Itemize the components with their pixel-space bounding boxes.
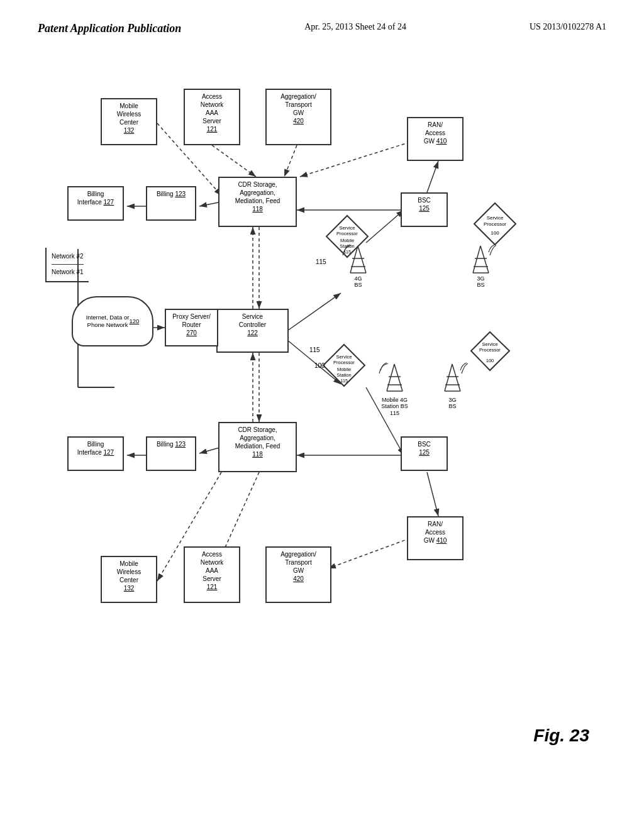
diagram: MobileWirelessCenter132 AccessNetworkAAA… (33, 48, 611, 771)
service-controller: ServiceController122 (216, 309, 289, 353)
aggregation-transport-bot: Aggregation/TransportGW420 (265, 546, 331, 603)
4g-bs-mid: Mobile 4GStation BS 115 (377, 361, 412, 416)
svg-text:100: 100 (486, 358, 494, 363)
billing-interface-top: BillingInterface 127 (67, 186, 124, 221)
patent-number: US 2013/0102278 A1 (530, 22, 606, 32)
svg-text:Processor: Processor (479, 347, 501, 353)
billing-interface-bot: BillingInterface 127 (67, 436, 124, 471)
access-network-aaa-top: AccessNetworkAAAServer121 (184, 89, 240, 145)
bsc-bot: BSC125 (401, 436, 448, 471)
service-processor-top-right: Service Processor 100 (473, 202, 517, 246)
svg-line-26 (287, 293, 341, 331)
service-processor-right-mid: Service Processor 100 (470, 331, 511, 372)
svg-line-40 (358, 246, 366, 273)
svg-text:Station: Station (336, 372, 351, 378)
svg-line-4 (284, 145, 297, 177)
svg-line-65 (452, 364, 460, 391)
svg-text:Mobile: Mobile (337, 367, 351, 372)
3g-bs-top-right: 3GBS (464, 243, 498, 288)
3g-bs-mid: 3GBS (435, 361, 470, 409)
svg-text:Service: Service (487, 215, 504, 221)
arrow-canvas (33, 48, 611, 771)
label-115-top: 115 (316, 258, 326, 265)
billing-bot: Billing 123 (146, 436, 196, 471)
billing-top: Billing 123 (146, 186, 196, 221)
label-100-mid: 100 (314, 362, 325, 369)
svg-text:Service: Service (482, 341, 497, 347)
svg-text:Processor: Processor (484, 221, 506, 227)
svg-text:Service: Service (339, 225, 355, 231)
internet-cloud: Internet, Data orPhone Network120 (72, 296, 153, 346)
mobile-wireless-center-top: MobileWirelessCenter132 (101, 98, 157, 145)
ran-access-gw-bot: RAN/AccessGW 410 (407, 516, 464, 560)
label-115-mid: 115 (309, 346, 320, 353)
svg-line-25 (366, 210, 404, 243)
svg-line-44 (473, 246, 480, 273)
bsc-top: BSC125 (401, 192, 448, 227)
figure-label: Fig. 23 (533, 726, 589, 746)
proxy-server: Proxy Server/Router270 (165, 309, 218, 346)
network-label-container: Network #2 Network #1 (45, 248, 89, 282)
cdr-storage-top: CDR Storage,Aggregation,Mediation, Feed1… (218, 177, 297, 227)
svg-line-8 (427, 161, 438, 192)
svg-line-17 (427, 472, 438, 516)
svg-line-39 (350, 246, 358, 273)
svg-line-59 (387, 364, 394, 391)
svg-text:Service: Service (336, 354, 352, 360)
service-processor-mid: Service Processor Mobile Station 115 (322, 343, 366, 387)
svg-line-18 (328, 538, 410, 568)
mobile-wireless-center-bot: MobileWirelessCenter132 (101, 556, 157, 603)
svg-text:Processor: Processor (336, 231, 358, 236)
svg-line-60 (394, 364, 402, 391)
aggregation-transport-top: Aggregation/TransportGW420 (265, 89, 331, 145)
ran-access-gw-top: RAN/AccessGW 410 (407, 117, 464, 161)
page: Patent Application Publication Apr. 25, … (0, 0, 644, 830)
sheet-info: Apr. 25, 2013 Sheet 24 of 24 (304, 22, 406, 32)
svg-text:Processor: Processor (333, 360, 355, 365)
svg-line-5 (300, 142, 410, 177)
svg-line-45 (480, 246, 489, 273)
access-network-aaa-bot: AccessNetworkAAAServer121 (184, 546, 240, 603)
header: Patent Application Publication Apr. 25, … (25, 13, 619, 42)
svg-line-64 (445, 364, 452, 391)
4g-bs-top: 4GBS (341, 243, 375, 288)
svg-line-3 (212, 145, 256, 177)
cdr-storage-bot: CDR Storage,Aggregation,Mediation, Feed1… (218, 422, 297, 472)
publication-title: Patent Application Publication (38, 22, 181, 35)
svg-text:115: 115 (340, 379, 348, 383)
svg-text:100: 100 (491, 230, 499, 236)
